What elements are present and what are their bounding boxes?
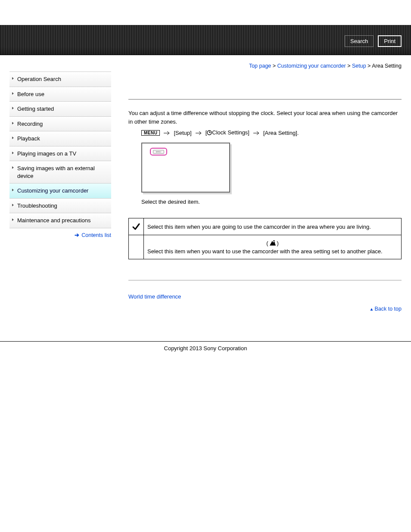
sidebar-item-saving-external[interactable]: Saving images with an external device xyxy=(9,161,111,184)
sidebar-item-customizing[interactable]: Customizing your camcorder xyxy=(9,184,111,199)
breadcrumb-current: Area Setting xyxy=(372,63,402,69)
sidebar-item-label: Operation Search xyxy=(17,76,61,82)
nav-setup: [Setup] xyxy=(174,130,191,136)
arrow-right-icon: ➔ xyxy=(75,232,79,238)
breadcrumb-setup[interactable]: Setup xyxy=(352,63,366,69)
sidebar-item-operation-search[interactable]: Operation Search xyxy=(9,72,111,87)
divider xyxy=(128,99,402,100)
sidebar-item-label: Playback xyxy=(17,135,40,142)
menu-icon: MENU xyxy=(141,130,160,136)
sidebar-item-label: Troubleshooting xyxy=(17,202,57,209)
header-band: Search Print xyxy=(0,25,411,55)
options-table: Select this item when you are going to u… xyxy=(128,218,402,259)
sidebar-item-label: Getting started xyxy=(17,106,54,112)
sidebar-item-label: Customizing your camcorder xyxy=(17,187,88,194)
sidebar-item-label: Before use xyxy=(17,91,44,97)
sidebar-item-playback[interactable]: Playback xyxy=(9,131,111,146)
sidebar-item-before-use[interactable]: Before use xyxy=(9,87,111,102)
destination-icon xyxy=(268,240,277,246)
clock-icon xyxy=(207,130,212,137)
intro-text: You can adjust a time difference without… xyxy=(128,109,402,126)
page-number: 159 xyxy=(0,369,411,532)
arrow-right-icon xyxy=(195,131,202,135)
breadcrumb: Top page > Customizing your camcorder > … xyxy=(128,63,402,69)
menu-highlight-icon: MENU xyxy=(150,148,167,156)
table-row: Select this item when you are going to u… xyxy=(129,218,402,235)
nav-area: [Area Setting]. xyxy=(263,130,299,136)
sidebar: Operation Search Before use Getting star… xyxy=(9,55,111,339)
check-icon xyxy=(132,223,140,230)
svg-point-6 xyxy=(273,240,274,241)
sidebar-item-recording[interactable]: Recording xyxy=(9,117,111,132)
sidebar-item-maintenance[interactable]: Maintenance and precautions xyxy=(9,213,111,228)
contents-list-link[interactable]: Contents list xyxy=(81,232,111,238)
sidebar-item-label: Recording xyxy=(17,121,43,127)
related-link-world-time[interactable]: World time difference xyxy=(128,293,181,300)
divider xyxy=(128,280,402,280)
option-destination-desc: Select this item when you want to use th… xyxy=(147,248,398,255)
screen-illustration: MENU xyxy=(141,143,230,193)
search-button[interactable]: Search xyxy=(345,35,374,47)
option-home-desc: Select this item when you are going to u… xyxy=(144,218,402,235)
breadcrumb-customizing[interactable]: Customizing your camcorder xyxy=(277,63,346,69)
arrow-right-icon xyxy=(253,131,260,135)
sidebar-item-label: Playing images on a TV xyxy=(17,150,76,157)
breadcrumb-top[interactable]: Top page xyxy=(249,63,271,69)
destination-icon-row: () xyxy=(147,240,398,246)
copyright-text: Copyright 2013 Sony Corporation xyxy=(0,342,411,369)
sidebar-item-getting-started[interactable]: Getting started xyxy=(9,102,111,117)
print-button[interactable]: Print xyxy=(378,35,402,47)
triangle-up-icon: ▲ xyxy=(370,307,374,311)
step-select-item: Select the desired item. xyxy=(141,199,402,205)
sidebar-item-label: Saving images with an external device xyxy=(17,165,95,179)
main-content: Top page > Customizing your camcorder > … xyxy=(111,55,402,339)
menu-navigation-sequence: MENU [Setup] [Clock Settings] [Area Sett… xyxy=(141,129,402,137)
sidebar-item-playing-tv[interactable]: Playing images on a TV xyxy=(9,146,111,162)
table-row: () Select this item when you want to use… xyxy=(129,235,402,259)
sidebar-item-troubleshooting[interactable]: Troubleshooting xyxy=(9,199,111,214)
sidebar-item-label: Maintenance and precautions xyxy=(17,217,91,224)
back-to-top-link[interactable]: Back to top xyxy=(374,306,402,312)
nav-clock: [Clock Settings] xyxy=(206,129,249,137)
arrow-right-icon xyxy=(163,131,170,135)
